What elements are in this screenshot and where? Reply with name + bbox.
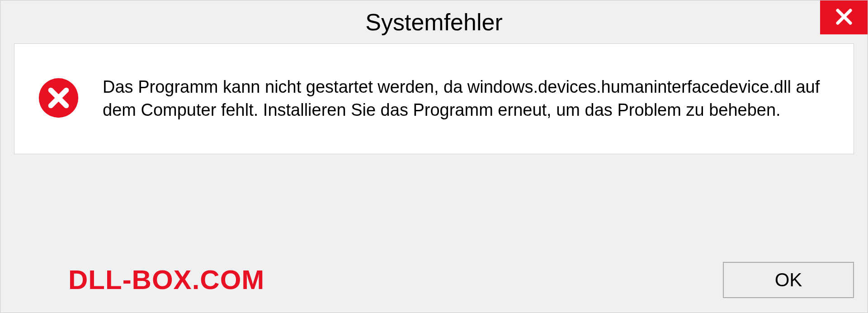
error-dialog: Systemfehler Das Programm kann nicht ges… [0, 0, 868, 313]
content-panel: Das Programm kann nicht gestartet werden… [14, 43, 854, 154]
close-icon [833, 6, 855, 29]
ok-button[interactable]: OK [723, 262, 854, 298]
error-message: Das Programm kann nicht gestartet werden… [103, 76, 831, 122]
watermark-text: DLL-BOX.COM [68, 264, 264, 295]
dialog-title: Systemfehler [365, 9, 502, 36]
titlebar: Systemfehler [0, 0, 868, 43]
close-button[interactable] [820, 0, 868, 34]
error-icon [37, 76, 80, 121]
dialog-footer: DLL-BOX.COM OK [0, 258, 854, 301]
